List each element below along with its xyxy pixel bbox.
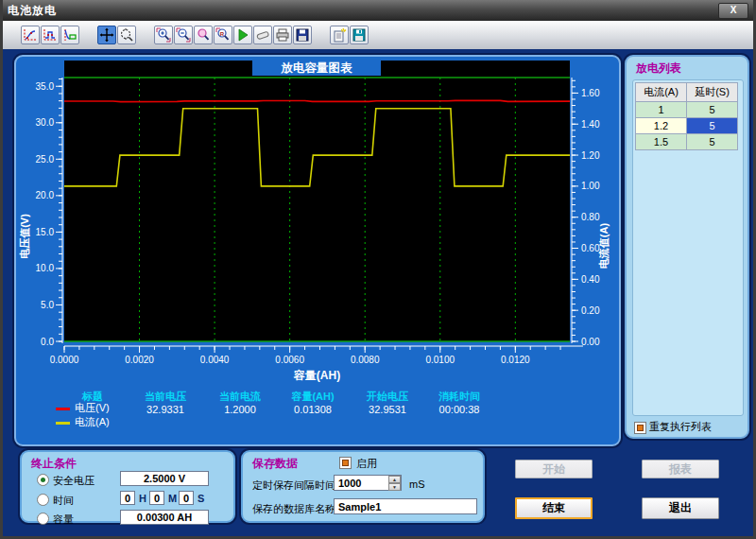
chart-panel: 0.00000.00200.00400.00600.00800.01000.01… [14,55,621,446]
legend-header: 消耗时间 [438,390,480,404]
svg-text:0.60: 0.60 [581,243,600,253]
database-save-button[interactable] [350,26,369,44]
svg-text:0.0020: 0.0020 [125,355,154,365]
zoom-window-icon [196,27,211,43]
zoom-in-button[interactable] [154,26,173,44]
waveform-config-button[interactable] [60,26,79,44]
legend-header: 容量(AH) [291,390,334,404]
zoom-track-icon [119,27,134,43]
svg-text:0.20: 0.20 [581,305,600,316]
table-cell[interactable]: 5 [687,118,738,134]
waveform-step-icon [43,27,58,43]
discharge-list-title: 放电列表 [636,61,681,77]
zoom-in-icon [156,27,171,43]
legend-value: 32.9531 [369,404,406,415]
svg-text:0.00: 0.00 [581,337,600,347]
svg-text:0.0120: 0.0120 [501,355,530,365]
svg-text:0.80: 0.80 [581,212,600,222]
time-label: 时间 [53,494,74,508]
table-row[interactable]: 1.55 [636,134,738,150]
waveform-plot-button[interactable] [21,26,40,44]
time-hours-field[interactable] [120,491,135,505]
pan-crosshair-button[interactable] [97,26,116,44]
toolbar: R [0,21,756,51]
svg-text:容量(AH): 容量(AH) [293,369,340,382]
interval-unit-label: mS [409,478,425,490]
play-button[interactable] [233,26,252,44]
hours-unit-label: H [139,493,146,504]
svg-text:电压值(V): 电压值(V) [19,214,30,259]
discharge-list-panel: 放电列表 电流(A) 延时(S) 151.251.55 重复执行列表 [625,55,749,439]
zoom-out-icon [176,27,191,43]
svg-text:5.0: 5.0 [41,300,54,310]
svg-text:1.40: 1.40 [581,119,600,130]
repeat-list-checkbox[interactable] [634,422,646,434]
report-doc-button[interactable] [330,26,349,44]
repeat-list-label: 重复执行列表 [649,421,712,432]
table-cell[interactable]: 5 [687,102,738,118]
spinner-down-icon[interactable]: ▼ [388,483,401,491]
waveform-step-button[interactable] [41,26,60,44]
save-icon [295,27,310,43]
capacity-field[interactable] [120,510,209,525]
database-save-icon [352,27,367,43]
time-seconds-field[interactable] [179,491,194,505]
safe-voltage-label: 安全电压 [53,474,94,488]
start-button[interactable]: 开始 [515,460,593,478]
time-radio[interactable] [37,494,49,506]
eraser-button[interactable] [253,26,272,44]
spinner-up-icon[interactable]: ▲ [388,476,401,483]
waveform-plot-icon [23,27,38,43]
svg-text:35.0: 35.0 [36,81,55,92]
table-cell[interactable]: 1.5 [636,134,687,150]
enable-label: 启用 [356,457,377,471]
time-minutes-field[interactable] [149,491,164,505]
legend-value: 0.01308 [294,404,332,415]
column-header-current[interactable]: 电流(A) [636,83,687,102]
discharge-list-table[interactable]: 电流(A) 延时(S) 151.251.55 [635,82,738,150]
legend-value: 00:00:38 [439,404,480,415]
capacity-radio[interactable] [37,513,49,525]
safe-voltage-field[interactable] [120,471,209,486]
svg-text:R: R [220,31,225,37]
column-header-delay[interactable]: 延时(S) [687,83,738,102]
zoom-reset-button[interactable]: R [214,26,232,44]
svg-text:0.0000: 0.0000 [50,355,79,365]
exit-button[interactable]: 退出 [642,497,719,519]
table-row[interactable]: 15 [636,102,738,118]
enable-checkbox[interactable] [339,457,352,469]
zoom-track-button[interactable] [117,26,136,44]
table-cell[interactable]: 1.2 [636,118,687,134]
table-cell[interactable]: 1 [636,102,687,118]
svg-text:0.40: 0.40 [581,274,600,285]
safe-voltage-radio[interactable] [37,474,49,486]
zoom-reset-icon: R [215,27,231,43]
play-icon [235,27,250,43]
zoom-window-button[interactable] [194,26,213,44]
svg-text:0.0060: 0.0060 [275,355,304,365]
svg-text:0.0040: 0.0040 [200,355,230,365]
dbname-label: 保存的数据库名称 [252,502,335,516]
discharge-chart[interactable]: 0.00000.00200.00400.00600.00800.01000.01… [16,57,617,388]
save-button[interactable] [293,26,312,44]
legend-header: 当前电压 [145,390,186,404]
save-data-title: 保存数据 [252,456,298,472]
report-button[interactable]: 报表 [642,460,719,478]
printer-button[interactable] [273,26,292,44]
table-header-row: 电流(A) 延时(S) [636,83,738,102]
svg-text:0.0080: 0.0080 [351,355,380,365]
legend-series-label: 电流(A) [56,415,110,429]
svg-text:1.20: 1.20 [581,150,600,161]
svg-text:30.0: 30.0 [36,117,55,128]
zoom-out-button[interactable] [174,26,193,44]
capacity-label: 容量 [53,513,74,527]
table-row[interactable]: 1.25 [636,118,738,134]
dbname-field[interactable] [334,498,477,514]
close-button[interactable]: X [718,3,748,19]
interval-spinner[interactable]: ▲ ▼ [388,476,401,490]
table-cell[interactable]: 5 [687,134,738,150]
svg-text:放电容量图表: 放电容量图表 [281,61,353,75]
voltage-swatch-icon [56,408,70,410]
svg-text:0.0100: 0.0100 [425,355,455,365]
stop-button[interactable]: 结束 [515,497,593,519]
